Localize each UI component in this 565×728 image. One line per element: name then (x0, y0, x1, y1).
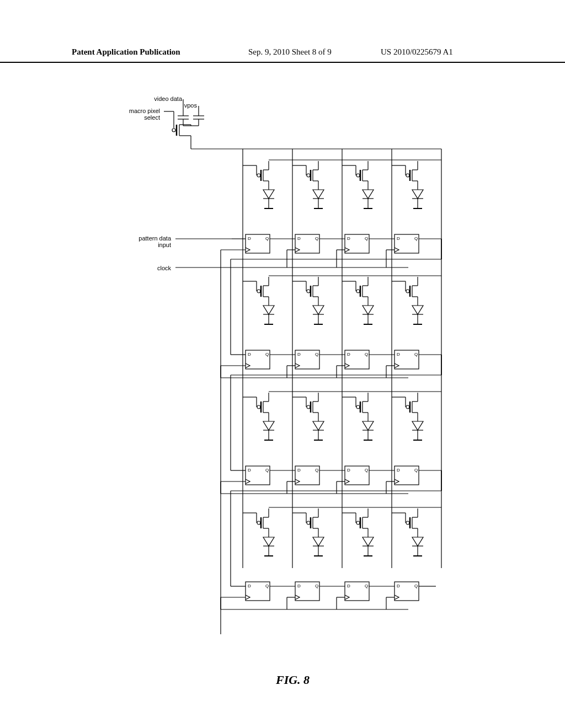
dff-q: Q (265, 236, 269, 241)
dff-d: D (248, 236, 251, 241)
figure-caption: FIG. 8 (276, 673, 310, 687)
dff-d: D (248, 584, 251, 588)
dff-d: D (397, 584, 400, 588)
input-stage (164, 99, 204, 149)
dff-q: Q (365, 468, 368, 473)
dff-q: Q (414, 584, 418, 588)
svg-point-30 (172, 129, 175, 132)
dff-q: Q (265, 352, 269, 357)
dff-d: D (347, 236, 350, 241)
dff-q: Q (414, 236, 418, 241)
dff-d: D (397, 236, 400, 241)
dff-d: D (397, 468, 400, 473)
figure-8: video data macro pixel select vpos patte… (55, 83, 510, 689)
header-sheet-info: Sep. 9, 2010 Sheet 8 of 9 (248, 47, 332, 57)
dff-d: D (347, 584, 350, 588)
dff-q: Q (365, 352, 368, 357)
row-2 (221, 239, 441, 378)
dff-d: D (297, 468, 301, 473)
row-1 (221, 160, 441, 267)
dff-q: Q (365, 584, 368, 588)
dff-d: D (297, 352, 301, 357)
dff-q: Q (365, 236, 368, 241)
dff-q: Q (315, 584, 318, 588)
dff-d: D (248, 468, 251, 473)
dff-q: Q (265, 584, 269, 588)
dff-q: Q (315, 468, 318, 473)
dff-d: D (397, 352, 400, 357)
page-header: Patent Application Publication Sep. 9, 2… (0, 47, 565, 63)
dff-d: D (297, 584, 301, 588)
header-patent-number: US 2010/0225679 A1 (381, 47, 453, 57)
row-3 (221, 355, 441, 494)
dff-d: D (347, 468, 350, 473)
dff-q: Q (315, 352, 318, 357)
row-4 (221, 470, 441, 609)
dff-q: Q (414, 468, 418, 473)
dff-d: D (248, 352, 251, 357)
dff-d: D (297, 236, 301, 241)
dff-q: Q (315, 236, 318, 241)
dff-d: D (347, 352, 350, 357)
page: Patent Application Publication Sep. 9, 2… (0, 0, 565, 728)
header-publication: Patent Application Publication (72, 47, 180, 57)
dff-q: Q (265, 468, 269, 473)
dff-q: Q (414, 352, 418, 357)
schematic-svg: DQ DQ DQ DQ DQ DQ DQ DQ DQ DQ DQ DQ DQ D… (55, 83, 510, 689)
